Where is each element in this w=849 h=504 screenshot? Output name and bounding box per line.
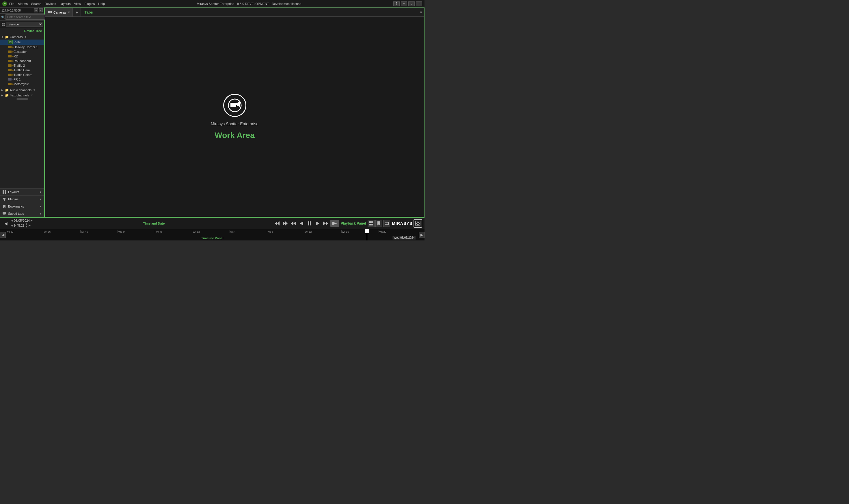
svg-marker-16 bbox=[236, 102, 240, 107]
plate-badge: Pl bbox=[8, 40, 13, 44]
mirasys-icon bbox=[413, 219, 422, 228]
timeline-week-marker: wk 8 bbox=[267, 230, 273, 233]
svg-marker-20 bbox=[285, 221, 288, 226]
menu-bar: File Alarms Search Devices Layouts View … bbox=[9, 2, 105, 5]
menu-help[interactable]: Help bbox=[98, 2, 105, 5]
menu-view[interactable]: View bbox=[74, 2, 81, 5]
skip-back-button[interactable] bbox=[274, 220, 281, 227]
timeline-position-marker[interactable] bbox=[367, 229, 367, 240]
tree-item-trafficcam[interactable]: Traffic Cam bbox=[0, 68, 44, 72]
connection-close-btn[interactable]: × bbox=[39, 8, 43, 13]
saved-tabs-icon bbox=[2, 212, 6, 216]
playback-bar: ◀ ◀ 08/05/2024 ▶ ◀ 9.45.29 ▲ ▼ ▶ Time an… bbox=[0, 217, 425, 229]
menu-alarms[interactable]: Alarms bbox=[18, 2, 28, 5]
svg-rect-25 bbox=[310, 221, 311, 226]
cameras-tab-icon bbox=[48, 11, 52, 14]
camera-icon bbox=[8, 59, 13, 62]
tree-text-root[interactable]: ▶ 📁 Text channels ▼ bbox=[0, 93, 44, 98]
menu-search[interactable]: Search bbox=[31, 2, 41, 5]
svg-rect-2 bbox=[2, 24, 3, 26]
service-bar: Service bbox=[0, 21, 44, 28]
rewind-button[interactable] bbox=[290, 220, 297, 227]
svg-rect-4 bbox=[3, 190, 4, 192]
menu-file[interactable]: File bbox=[9, 2, 14, 5]
timeline-week-marker: wk 32 bbox=[6, 230, 14, 233]
tree-audio-root[interactable]: ▶ 📁 Audio channels ▼ bbox=[0, 88, 44, 93]
tree-item-rd[interactable]: RD bbox=[0, 54, 44, 59]
grid-view-button[interactable] bbox=[368, 220, 374, 227]
pause-button[interactable] bbox=[306, 220, 313, 227]
svg-rect-6 bbox=[3, 192, 4, 194]
date-next-arrow[interactable]: ▶ bbox=[31, 219, 33, 222]
tree-item-escalator[interactable]: Escalator bbox=[0, 49, 44, 54]
service-select[interactable]: Service bbox=[6, 22, 43, 27]
play-button[interactable] bbox=[314, 220, 321, 227]
tree-item-plate[interactable]: Pl Plate bbox=[0, 39, 44, 45]
time-next-arrow[interactable]: ▶ bbox=[29, 224, 31, 227]
tab-cameras[interactable]: Cameras × bbox=[45, 8, 73, 16]
tree-item-traffic2[interactable]: Traffic 2 bbox=[0, 63, 44, 68]
connection-minimize-btn[interactable]: − bbox=[34, 8, 38, 13]
tree-item-roundabout[interactable]: Roundabout bbox=[0, 59, 44, 63]
tree-cameras-root[interactable]: ▼ 📁 Cameras ▼ bbox=[0, 34, 44, 39]
tab-add-button[interactable]: + bbox=[73, 8, 81, 16]
step-back-button[interactable] bbox=[282, 220, 289, 227]
panel-plugins[interactable]: Plugins ▲ bbox=[0, 196, 44, 203]
minimize-button[interactable]: − bbox=[401, 1, 407, 6]
text-dropdown-icon[interactable]: ▼ bbox=[31, 94, 33, 97]
tree-item-hallway[interactable]: Hallway Corner 1 bbox=[0, 45, 44, 49]
camera-icon bbox=[8, 83, 13, 86]
panel-bookmarks[interactable]: Bookmarks ▲ bbox=[0, 203, 44, 210]
panel-layouts[interactable]: Layouts ▲ bbox=[0, 188, 44, 196]
tree-expand-arrow: ▼ bbox=[1, 36, 4, 38]
time-down-arrow[interactable]: ▼ bbox=[25, 226, 28, 228]
timeline-inner[interactable]: wk 32wk 36wk 40wk 44wk 48wk 52wk 4wk 8wk… bbox=[0, 229, 425, 240]
close-button[interactable]: × bbox=[416, 1, 422, 6]
time-prev-arrow[interactable]: ◀ bbox=[11, 224, 13, 227]
cameras-dropdown-icon[interactable]: ▼ bbox=[24, 36, 27, 38]
playback-controls bbox=[274, 220, 339, 227]
tab-close-icon[interactable]: × bbox=[68, 11, 70, 14]
work-area: Mirasys Spotter Enterprise Work Area bbox=[45, 17, 424, 217]
saved-tabs-label: Saved tabs bbox=[8, 212, 24, 215]
svg-rect-10 bbox=[3, 212, 6, 214]
bookmark-view-button[interactable] bbox=[375, 220, 382, 227]
app-logo-icon: M bbox=[2, 1, 7, 6]
timeline-week-marker: wk 44 bbox=[118, 230, 125, 233]
help-button[interactable]: ? bbox=[393, 1, 400, 6]
panel-saved-tabs[interactable]: Saved tabs ▲ bbox=[0, 210, 44, 217]
svg-marker-19 bbox=[283, 221, 285, 226]
tree-item-motorcycle[interactable]: Motorcycle bbox=[0, 82, 44, 86]
saved-tabs-chevron: ▲ bbox=[39, 212, 42, 215]
menu-devices[interactable]: Devices bbox=[45, 2, 56, 5]
back-button[interactable] bbox=[298, 220, 305, 227]
camera-logo-icon bbox=[228, 98, 242, 112]
restore-button[interactable]: □ bbox=[408, 1, 415, 6]
menu-plugins[interactable]: Plugins bbox=[84, 2, 95, 5]
tree-scrollbar[interactable] bbox=[16, 98, 28, 100]
tabs-bar: Cameras × + Tabs ▼ bbox=[45, 8, 424, 17]
audio-dropdown-icon[interactable]: ▼ bbox=[33, 89, 36, 91]
time-up-arrow[interactable]: ▲ bbox=[25, 222, 28, 225]
fast-forward-button[interactable] bbox=[322, 220, 329, 227]
svg-marker-29 bbox=[332, 222, 337, 225]
audio-label: Audio channels bbox=[10, 88, 32, 92]
menu-layouts[interactable]: Layouts bbox=[59, 2, 71, 5]
svg-marker-23 bbox=[300, 221, 303, 226]
svg-marker-21 bbox=[291, 221, 294, 226]
timeline-week-marker: wk 16 bbox=[341, 230, 349, 233]
svg-rect-7 bbox=[5, 192, 6, 194]
cameras-label: Cameras bbox=[10, 35, 23, 39]
tab-dropdown-icon[interactable]: ▼ bbox=[418, 8, 424, 16]
playback-nav-left[interactable]: ◀ bbox=[2, 220, 9, 227]
camera-icon bbox=[8, 73, 13, 76]
live-button[interactable] bbox=[330, 220, 339, 227]
tree-item-fr1[interactable]: FR-1 bbox=[0, 77, 44, 82]
timeline-nav-right-button[interactable]: ▶ bbox=[419, 232, 425, 238]
tree-item-trafficcolors[interactable]: Traffic Colors bbox=[0, 72, 44, 77]
filmstrip-view-button[interactable] bbox=[383, 220, 390, 227]
date-prev-arrow[interactable]: ◀ bbox=[11, 219, 13, 222]
search-input[interactable] bbox=[5, 14, 49, 20]
date-value: 08/05/2024 bbox=[14, 219, 30, 222]
work-area-brand-text: Mirasys Spotter Enterprise bbox=[211, 122, 259, 126]
